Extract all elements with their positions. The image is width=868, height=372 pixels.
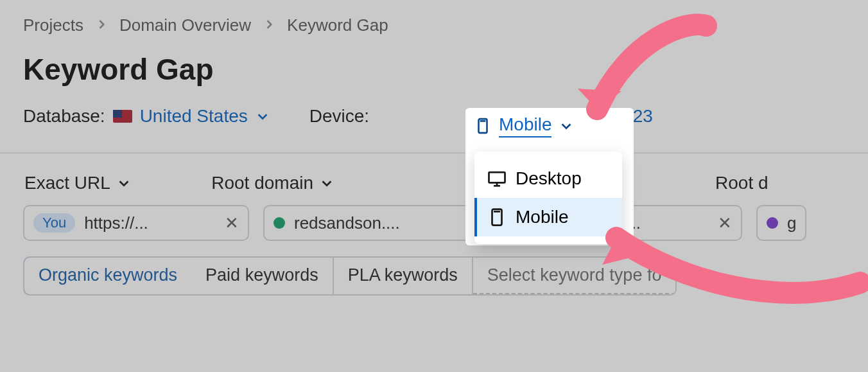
scope-selectors: Exact URL Root domain ain Root d [23,173,845,193]
device-value: Mobile [499,114,551,137]
database-label: Database: [23,106,105,127]
close-icon[interactable]: ✕ [718,213,732,233]
scope-label: Exact URL [24,173,110,193]
scope-label: Root d [715,173,768,193]
chip-competitor-3[interactable]: g [756,205,806,241]
you-badge: You [33,213,75,233]
chip-domain: g [787,213,796,233]
keyword-type-tabs: Organic keywords Paid keywords PLA keywo… [23,256,677,296]
device-option-label: Desktop [516,168,582,189]
device-menu: Desktop Mobile [474,152,622,244]
chevron-down-icon [256,109,270,123]
device-option-desktop[interactable]: Desktop [474,159,622,198]
device-trigger[interactable]: Mobile [474,114,573,137]
divider [0,152,868,154]
close-icon[interactable]: ✕ [225,213,239,233]
chevron-right-icon [95,15,108,35]
scope-label: Root domain [211,173,313,193]
us-flag-icon [113,110,132,123]
device-selector[interactable]: Mobile Desktop Mobile [465,108,634,245]
database-value: United States [140,106,248,127]
device-label: Device: [309,106,369,126]
tab-select-keyword-type[interactable]: Select keyword type fo [473,258,676,294]
tab-pla-keywords[interactable]: PLA keywords [334,258,473,294]
filter-bar: Database: United States Device: Mobile v… [23,106,845,127]
tab-organic-keywords[interactable]: Organic keywords [23,256,193,296]
chevron-down-icon [117,176,131,190]
tab-paid-keywords[interactable]: Paid keywords [191,258,334,294]
scope-root-domain[interactable]: Root domain [211,173,350,193]
breadcrumb: Projects Domain Overview Keyword Gap [23,15,845,35]
chevron-right-icon [263,15,275,35]
color-dot-icon [767,217,778,229]
chevron-down-icon [320,176,334,190]
chip-competitor-1[interactable]: redsandson.... ✕ [263,205,496,241]
scope-root-domain-partial[interactable]: Root d [715,173,845,193]
breadcrumb-projects[interactable]: Projects [23,15,83,35]
device-selector-placeholder: Device: Mobile vvv [309,106,459,127]
svg-rect-2 [489,172,505,182]
chevron-down-icon [559,119,573,133]
device-option-mobile[interactable]: Mobile [474,198,622,236]
scope-exact-url[interactable]: Exact URL [24,173,182,193]
chip-url: https://... [84,213,148,233]
desktop-icon [487,169,507,188]
breadcrumb-domain-overview[interactable]: Domain Overview [119,15,251,35]
mobile-icon [474,118,491,134]
chip-you[interactable]: You https://... ✕ [23,205,249,241]
color-dot-icon [273,217,285,229]
device-option-label: Mobile [516,207,568,227]
mobile-icon [487,208,507,227]
breadcrumb-keyword-gap: Keyword Gap [287,15,388,35]
page-title: Keyword Gap [23,52,845,87]
competitor-chips: You https://... ✕ redsandson.... ✕ shums… [23,205,845,241]
database-selector[interactable]: Database: United States [23,106,270,127]
chip-domain: redsandson.... [294,213,400,233]
